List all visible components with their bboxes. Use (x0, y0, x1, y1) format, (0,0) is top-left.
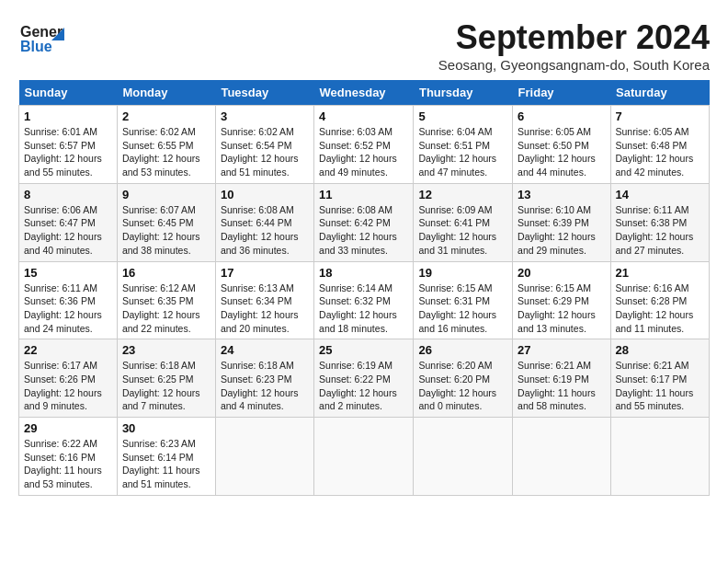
calendar-cell: 7 Sunrise: 6:05 AMSunset: 6:48 PMDayligh… (610, 106, 709, 184)
day-number: 25 (319, 343, 408, 357)
day-number: 15 (24, 266, 112, 280)
day-info: Sunrise: 6:08 AMSunset: 6:44 PMDaylight:… (221, 203, 309, 258)
day-number: 24 (221, 343, 309, 357)
day-info: Sunrise: 6:02 AMSunset: 6:54 PMDaylight:… (221, 125, 309, 179)
day-info: Sunrise: 6:22 AMSunset: 6:16 PMDaylight:… (24, 437, 112, 491)
day-number: 29 (24, 421, 112, 435)
day-number: 8 (24, 188, 112, 201)
calendar-cell: 20 Sunrise: 6:15 AMSunset: 6:29 PMDaylig… (513, 261, 610, 339)
day-number: 19 (418, 266, 507, 280)
day-number: 28 (616, 343, 704, 357)
day-number: 5 (418, 109, 507, 123)
day-number: 17 (221, 266, 309, 280)
calendar-cell: 26 Sunrise: 6:20 AMSunset: 6:20 PMDaylig… (414, 339, 513, 418)
calendar-week-row: 22 Sunrise: 6:17 AMSunset: 6:26 PMDaylig… (19, 339, 710, 418)
day-info: Sunrise: 6:09 AMSunset: 6:41 PMDaylight:… (418, 203, 507, 258)
calendar-cell: 5 Sunrise: 6:04 AMSunset: 6:51 PMDayligh… (414, 106, 513, 184)
calendar-week-row: 29 Sunrise: 6:22 AMSunset: 6:16 PMDaylig… (19, 418, 710, 496)
calendar-header-saturday: Saturday (610, 80, 709, 106)
calendar-cell: 2 Sunrise: 6:02 AMSunset: 6:55 PMDayligh… (117, 106, 215, 184)
calendar-cell (215, 418, 313, 496)
day-number: 11 (319, 188, 408, 201)
day-info: Sunrise: 6:06 AMSunset: 6:47 PMDaylight:… (24, 203, 112, 258)
calendar-cell: 6 Sunrise: 6:05 AMSunset: 6:50 PMDayligh… (513, 106, 610, 184)
day-info: Sunrise: 6:04 AMSunset: 6:51 PMDaylight:… (418, 125, 507, 179)
day-info: Sunrise: 6:23 AMSunset: 6:14 PMDaylight:… (122, 437, 210, 491)
day-number: 23 (122, 343, 210, 357)
day-info: Sunrise: 6:13 AMSunset: 6:34 PMDaylight:… (221, 282, 309, 336)
calendar-cell: 19 Sunrise: 6:15 AMSunset: 6:31 PMDaylig… (414, 261, 513, 339)
day-info: Sunrise: 6:20 AMSunset: 6:20 PMDaylight:… (418, 359, 507, 413)
day-number: 20 (518, 266, 605, 280)
day-info: Sunrise: 6:08 AMSunset: 6:42 PMDaylight:… (319, 203, 408, 258)
day-info: Sunrise: 6:19 AMSunset: 6:22 PMDaylight:… (319, 359, 408, 413)
calendar-cell: 10 Sunrise: 6:08 AMSunset: 6:44 PMDaylig… (215, 183, 313, 261)
day-info: Sunrise: 6:21 AMSunset: 6:17 PMDaylight:… (616, 359, 704, 413)
calendar-cell: 8 Sunrise: 6:06 AMSunset: 6:47 PMDayligh… (19, 183, 118, 261)
day-info: Sunrise: 6:05 AMSunset: 6:50 PMDaylight:… (518, 125, 605, 179)
day-info: Sunrise: 6:05 AMSunset: 6:48 PMDaylight:… (616, 125, 704, 179)
day-number: 14 (616, 188, 704, 201)
day-number: 21 (616, 266, 704, 280)
calendar-cell (513, 418, 610, 496)
calendar-week-row: 15 Sunrise: 6:11 AMSunset: 6:36 PMDaylig… (19, 261, 710, 339)
svg-text:Blue: Blue (20, 39, 52, 54)
day-info: Sunrise: 6:11 AMSunset: 6:36 PMDaylight:… (24, 282, 112, 336)
calendar-cell: 22 Sunrise: 6:17 AMSunset: 6:26 PMDaylig… (19, 339, 118, 418)
calendar-cell: 17 Sunrise: 6:13 AMSunset: 6:34 PMDaylig… (215, 261, 313, 339)
calendar-cell: 15 Sunrise: 6:11 AMSunset: 6:36 PMDaylig… (19, 261, 118, 339)
day-info: Sunrise: 6:21 AMSunset: 6:19 PMDaylight:… (518, 359, 605, 413)
day-number: 26 (418, 343, 507, 357)
day-info: Sunrise: 6:07 AMSunset: 6:45 PMDaylight:… (122, 203, 210, 258)
calendar-cell (314, 418, 414, 496)
calendar-cell (610, 418, 709, 496)
day-info: Sunrise: 6:17 AMSunset: 6:26 PMDaylight:… (24, 359, 112, 413)
calendar-cell: 21 Sunrise: 6:16 AMSunset: 6:28 PMDaylig… (610, 261, 709, 339)
logo: General Blue (18, 18, 64, 59)
day-info: Sunrise: 6:10 AMSunset: 6:39 PMDaylight:… (518, 203, 605, 258)
calendar-header-thursday: Thursday (414, 80, 513, 106)
calendar-cell: 18 Sunrise: 6:14 AMSunset: 6:32 PMDaylig… (314, 261, 414, 339)
day-number: 4 (319, 109, 408, 123)
day-number: 3 (221, 109, 309, 123)
day-info: Sunrise: 6:16 AMSunset: 6:28 PMDaylight:… (616, 282, 704, 336)
day-number: 1 (24, 109, 112, 123)
calendar-cell (414, 418, 513, 496)
day-number: 22 (24, 343, 112, 357)
calendar-cell: 23 Sunrise: 6:18 AMSunset: 6:25 PMDaylig… (117, 339, 215, 418)
day-info: Sunrise: 6:03 AMSunset: 6:52 PMDaylight:… (319, 125, 408, 179)
page-header: General Blue September 2024 Seosang, Gye… (18, 18, 710, 73)
calendar-cell: 29 Sunrise: 6:22 AMSunset: 6:16 PMDaylig… (19, 418, 118, 496)
calendar-cell: 4 Sunrise: 6:03 AMSunset: 6:52 PMDayligh… (314, 106, 414, 184)
calendar-header-friday: Friday (513, 80, 610, 106)
day-number: 13 (518, 188, 605, 201)
day-number: 2 (122, 109, 210, 123)
calendar-cell: 3 Sunrise: 6:02 AMSunset: 6:54 PMDayligh… (215, 106, 313, 184)
calendar-cell: 27 Sunrise: 6:21 AMSunset: 6:19 PMDaylig… (513, 339, 610, 418)
day-info: Sunrise: 6:15 AMSunset: 6:31 PMDaylight:… (418, 282, 507, 336)
month-title: September 2024 (438, 18, 710, 57)
day-number: 10 (221, 188, 309, 201)
calendar-cell: 11 Sunrise: 6:08 AMSunset: 6:42 PMDaylig… (314, 183, 414, 261)
calendar-header-row: SundayMondayTuesdayWednesdayThursdayFrid… (19, 80, 710, 106)
calendar-week-row: 1 Sunrise: 6:01 AMSunset: 6:57 PMDayligh… (19, 106, 710, 184)
day-info: Sunrise: 6:02 AMSunset: 6:55 PMDaylight:… (122, 125, 210, 179)
calendar-cell: 28 Sunrise: 6:21 AMSunset: 6:17 PMDaylig… (610, 339, 709, 418)
calendar-cell: 13 Sunrise: 6:10 AMSunset: 6:39 PMDaylig… (513, 183, 610, 261)
calendar-header-wednesday: Wednesday (314, 80, 414, 106)
day-number: 12 (418, 188, 507, 201)
day-info: Sunrise: 6:01 AMSunset: 6:57 PMDaylight:… (24, 125, 112, 179)
title-block: September 2024 Seosang, Gyeongsangnam-do… (438, 18, 710, 73)
calendar-header-tuesday: Tuesday (215, 80, 313, 106)
day-number: 6 (518, 109, 605, 123)
calendar-cell: 24 Sunrise: 6:18 AMSunset: 6:23 PMDaylig… (215, 339, 313, 418)
day-number: 27 (518, 343, 605, 357)
calendar-week-row: 8 Sunrise: 6:06 AMSunset: 6:47 PMDayligh… (19, 183, 710, 261)
calendar-cell: 1 Sunrise: 6:01 AMSunset: 6:57 PMDayligh… (19, 106, 118, 184)
day-number: 30 (122, 421, 210, 435)
day-info: Sunrise: 6:12 AMSunset: 6:35 PMDaylight:… (122, 282, 210, 336)
day-info: Sunrise: 6:15 AMSunset: 6:29 PMDaylight:… (518, 282, 605, 336)
calendar-table: SundayMondayTuesdayWednesdayThursdayFrid… (18, 80, 710, 496)
calendar-cell: 9 Sunrise: 6:07 AMSunset: 6:45 PMDayligh… (117, 183, 215, 261)
calendar-header-monday: Monday (117, 80, 215, 106)
